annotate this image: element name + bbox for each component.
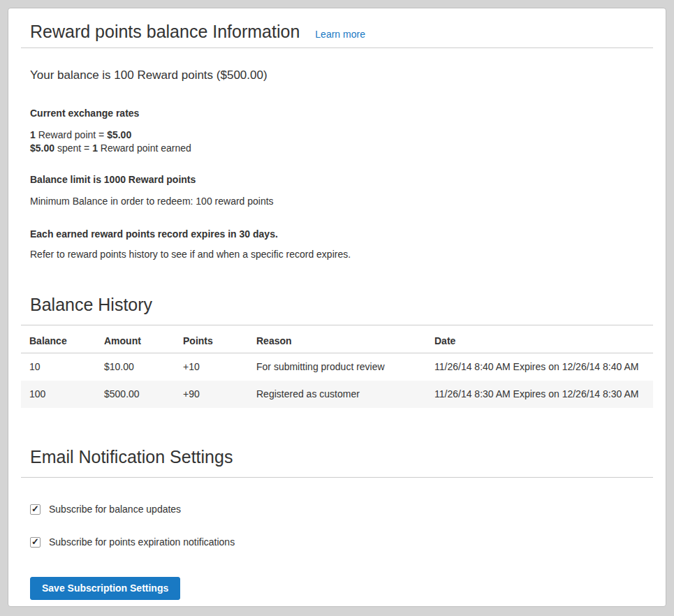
table-cell: $500.00 [96, 381, 175, 408]
exchange-rate-lines: 1 Reward point = $5.00$5.00 spent = 1 Re… [30, 129, 653, 155]
page-background: Reward points balance Information Learn … [0, 0, 674, 616]
save-subscription-button[interactable]: Save Subscription Settings [30, 577, 180, 600]
balance-limit-text: Balance limit is 1000 Reward points [30, 173, 653, 186]
page-title: Reward points balance Information [30, 21, 300, 42]
balance-history-table: BalanceAmountPointsReasonDate 10$10.00+1… [21, 325, 653, 408]
subscribe-balance-updates-checkbox[interactable] [30, 504, 41, 515]
table-cell: 11/26/14 8:30 AM Expires on 12/26/14 8:3… [426, 381, 653, 408]
exchange-rate-line: $5.00 spent = 1 Reward point earned [30, 142, 653, 155]
table-cell: 11/26/14 8:40 AM Expires on 12/26/14 8:4… [426, 353, 653, 381]
minimum-redeem-text: Minimum Balance in order to redeem: 100 … [30, 195, 653, 208]
table-cell: $10.00 [96, 353, 175, 381]
column-header-reason: Reason [248, 325, 426, 353]
column-header-date: Date [426, 325, 653, 353]
column-header-balance: Balance [21, 325, 96, 353]
exchange-rate-line: 1 Reward point = $5.00 [30, 129, 653, 142]
expiration-note-text: Refer to reward points history to see if… [30, 248, 653, 261]
table-cell: For submitting product review [248, 353, 426, 381]
subscribe-balance-updates-option[interactable]: Subscribe for balance updates [30, 503, 653, 516]
balance-history-heading: Balance History [21, 294, 653, 325]
email-subscription-options: Subscribe for balance updatesSubscribe f… [30, 503, 653, 549]
email-settings-heading: Email Notification Settings [21, 446, 653, 478]
expiration-policy-text: Each earned reward points record expires… [30, 228, 653, 241]
table-row: 10$10.00+10For submitting product review… [21, 353, 653, 381]
learn-more-link[interactable]: Learn more [315, 29, 365, 40]
page-header: Reward points balance Information Learn … [21, 20, 653, 48]
subscribe-points-expiration-label: Subscribe for points expiration notifica… [49, 536, 235, 549]
balance-summary: Your balance is 100 Reward points ($500.… [30, 68, 653, 83]
exchange-rates-heading: Current exchange rates [30, 107, 653, 120]
subscribe-points-expiration-checkbox[interactable] [30, 537, 41, 548]
subscribe-points-expiration-option[interactable]: Subscribe for points expiration notifica… [30, 536, 653, 549]
column-header-amount: Amount [96, 325, 175, 353]
table-header-row: BalanceAmountPointsReasonDate [21, 325, 653, 353]
table-cell: 10 [21, 353, 96, 381]
subscribe-balance-updates-label: Subscribe for balance updates [49, 503, 181, 516]
table-row: 100$500.00+90Registered as customer11/26… [21, 381, 653, 408]
table-cell: Registered as customer [248, 381, 426, 408]
table-cell: +90 [175, 381, 248, 408]
column-header-points: Points [175, 325, 248, 353]
table-cell: 100 [21, 381, 96, 408]
table-cell: +10 [175, 353, 248, 381]
reward-info-card: Reward points balance Information Learn … [8, 8, 666, 607]
